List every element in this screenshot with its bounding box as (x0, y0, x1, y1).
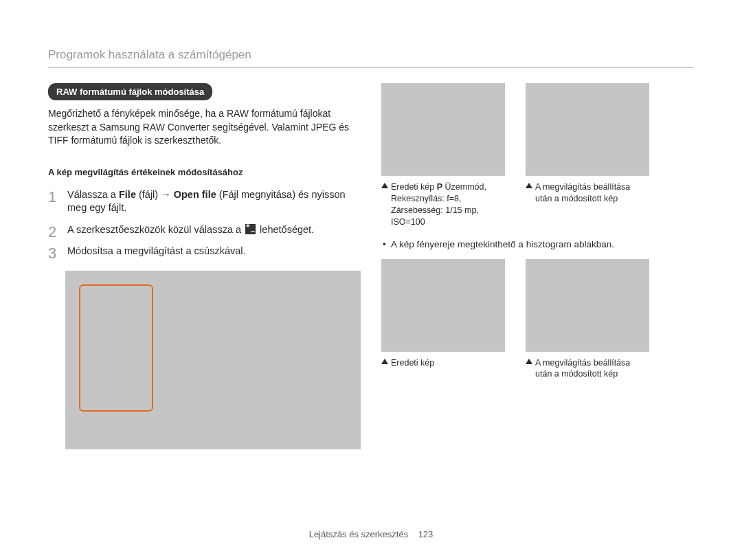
right-column: Eredeti kép P Üzemmód, Rekesznyílás: f=8… (371, 83, 694, 449)
up-triangle-icon (381, 183, 388, 188)
caption-original-1: Eredeti kép P Üzemmód, Rekesznyílás: f=8… (381, 181, 505, 228)
step-text: Módosítsa a megvilágítást a csúszkával. (67, 245, 246, 256)
step-2: A szerkesztőeszközök közül válassza a le… (48, 223, 350, 237)
thumb-row-2 (381, 259, 694, 352)
page-footer: Lejátszás és szerkesztés 123 (0, 529, 742, 539)
manual-page: Programok használata a számítógépen RAW … (0, 0, 742, 560)
caption-text: Eredeti kép (391, 182, 437, 192)
header-rule (48, 67, 694, 68)
step-text: lehetőséget. (257, 224, 314, 235)
sub-heading: A kép megvilágítás értékeinek módosításá… (48, 167, 350, 177)
caption-mode: P (437, 182, 442, 192)
thumb-original-1 (381, 83, 505, 176)
left-column: RAW formátumú fájlok módosítása Megőrizh… (48, 83, 371, 449)
thumb-row-1 (381, 83, 694, 176)
caption-modified-1: A megvilágítás beállítása után a módosít… (526, 181, 649, 228)
step-text: (fájl) → (136, 189, 174, 200)
caption-row-2: Eredeti kép A megvilágítás beállítása ut… (381, 357, 694, 381)
thumb-modified-1 (526, 83, 649, 176)
caption-text: Eredeti kép (391, 358, 434, 368)
intro-text: Megőrizhető a fényképek minősége, ha a R… (48, 107, 350, 148)
up-triangle-icon (526, 183, 532, 188)
content-columns: RAW formátumú fájlok módosítása Megőrizh… (48, 83, 694, 449)
thumb-modified-2 (526, 259, 649, 352)
caption-original-2: Eredeti kép (381, 357, 505, 381)
screenshot-placeholder (65, 271, 361, 449)
caption-row-1: Eredeti kép P Üzemmód, Rekesznyílás: f=8… (381, 181, 694, 228)
footer-page-number: 123 (418, 529, 434, 539)
step-strong-file: File (119, 189, 136, 200)
steps-list: Válassza a File (fájl) → Open ﬁle (Fájl … (48, 188, 350, 258)
up-triangle-icon (381, 359, 388, 364)
up-triangle-icon (526, 359, 532, 364)
step-3: Módosítsa a megvilágítást a csúszkával. (48, 245, 350, 258)
caption-modified-2: A megvilágítás beállítása után a módosít… (526, 357, 649, 381)
histogram-note: A kép fényereje megtekinthető a hisztogr… (381, 239, 694, 249)
caption-text: A megvilágítás beállítása után a módosít… (535, 182, 630, 203)
step-text: A szerkesztőeszközök közül válassza a (67, 224, 244, 235)
exposure-icon (245, 224, 256, 234)
footer-section: Lejátszás és szerkesztés (309, 529, 409, 539)
section-pill: RAW formátumú fájlok módosítása (48, 83, 212, 100)
caption-text: A megvilágítás beállítása után a módosít… (535, 358, 630, 379)
page-header-title: Programok használata a számítógépen (48, 48, 701, 62)
step-text: Válassza a (67, 189, 119, 200)
step-1: Válassza a File (fájl) → Open ﬁle (Fájl … (48, 188, 350, 215)
step-strong-open: Open ﬁle (174, 189, 216, 200)
highlight-box (79, 284, 153, 412)
thumb-original-2 (381, 259, 505, 352)
